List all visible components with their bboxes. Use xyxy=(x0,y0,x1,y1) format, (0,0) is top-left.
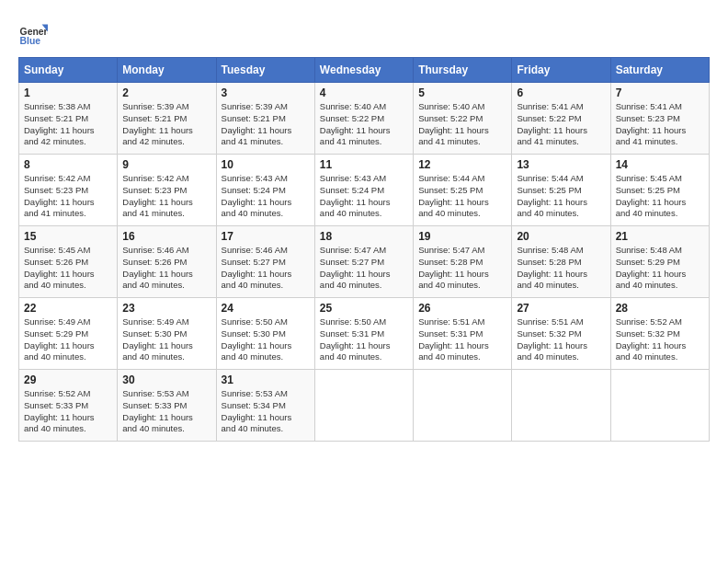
day-number: 24 xyxy=(222,302,310,315)
day-info: Sunrise: 5:50 AM Sunset: 5:30 PM Dayligh… xyxy=(222,316,310,363)
calendar-week-row: 1Sunrise: 5:38 AM Sunset: 5:21 PM Daylig… xyxy=(19,83,710,155)
calendar-cell: 9Sunrise: 5:42 AM Sunset: 5:23 PM Daylig… xyxy=(118,155,216,226)
calendar-header-row: SundayMondayTuesdayWednesdayThursdayFrid… xyxy=(19,58,710,83)
calendar-cell: 1Sunrise: 5:38 AM Sunset: 5:21 PM Daylig… xyxy=(19,83,118,155)
calendar-cell: 23Sunrise: 5:49 AM Sunset: 5:30 PM Dayli… xyxy=(118,298,216,370)
day-number: 1 xyxy=(24,86,112,99)
calendar-cell: 24Sunrise: 5:50 AM Sunset: 5:30 PM Dayli… xyxy=(216,298,314,370)
day-info: Sunrise: 5:48 AM Sunset: 5:29 PM Dayligh… xyxy=(616,245,704,292)
day-info: Sunrise: 5:48 AM Sunset: 5:28 PM Dayligh… xyxy=(517,245,605,292)
day-info: Sunrise: 5:41 AM Sunset: 5:23 PM Dayligh… xyxy=(616,101,704,148)
day-info: Sunrise: 5:49 AM Sunset: 5:30 PM Dayligh… xyxy=(122,316,210,363)
day-info: Sunrise: 5:45 AM Sunset: 5:25 PM Dayligh… xyxy=(616,173,704,220)
calendar-cell: 11Sunrise: 5:43 AM Sunset: 5:24 PM Dayli… xyxy=(314,155,413,226)
calendar-table: SundayMondayTuesdayWednesdayThursdayFrid… xyxy=(18,57,710,442)
day-number: 21 xyxy=(616,230,704,243)
calendar-week-row: 8Sunrise: 5:42 AM Sunset: 5:23 PM Daylig… xyxy=(19,155,710,226)
weekday-header-tuesday: Tuesday xyxy=(216,58,314,83)
day-number: 15 xyxy=(24,230,112,243)
day-number: 29 xyxy=(24,373,112,386)
calendar-cell: 25Sunrise: 5:50 AM Sunset: 5:31 PM Dayli… xyxy=(314,298,413,370)
day-number: 11 xyxy=(320,158,408,171)
day-info: Sunrise: 5:49 AM Sunset: 5:29 PM Dayligh… xyxy=(24,316,112,363)
day-number: 10 xyxy=(222,158,310,171)
day-info: Sunrise: 5:44 AM Sunset: 5:25 PM Dayligh… xyxy=(418,173,506,220)
calendar-cell: 14Sunrise: 5:45 AM Sunset: 5:25 PM Dayli… xyxy=(610,155,709,226)
weekday-header-friday: Friday xyxy=(512,58,610,83)
calendar-cell: 7Sunrise: 5:41 AM Sunset: 5:23 PM Daylig… xyxy=(610,83,709,155)
day-number: 6 xyxy=(517,86,605,99)
day-info: Sunrise: 5:44 AM Sunset: 5:25 PM Dayligh… xyxy=(517,173,605,220)
day-info: Sunrise: 5:39 AM Sunset: 5:21 PM Dayligh… xyxy=(222,101,310,148)
calendar-week-row: 15Sunrise: 5:45 AM Sunset: 5:26 PM Dayli… xyxy=(19,226,710,298)
day-info: Sunrise: 5:46 AM Sunset: 5:26 PM Dayligh… xyxy=(122,245,210,292)
calendar-cell: 5Sunrise: 5:40 AM Sunset: 5:22 PM Daylig… xyxy=(414,83,512,155)
day-number: 20 xyxy=(517,230,605,243)
calendar-cell: 20Sunrise: 5:48 AM Sunset: 5:28 PM Dayli… xyxy=(512,226,610,298)
day-number: 18 xyxy=(320,230,408,243)
calendar-cell: 8Sunrise: 5:42 AM Sunset: 5:23 PM Daylig… xyxy=(19,155,118,226)
day-number: 13 xyxy=(517,158,605,171)
calendar-cell: 10Sunrise: 5:43 AM Sunset: 5:24 PM Dayli… xyxy=(216,155,314,226)
calendar-cell xyxy=(610,370,709,442)
day-info: Sunrise: 5:40 AM Sunset: 5:22 PM Dayligh… xyxy=(320,101,408,148)
day-info: Sunrise: 5:40 AM Sunset: 5:22 PM Dayligh… xyxy=(418,101,506,148)
calendar-cell: 30Sunrise: 5:53 AM Sunset: 5:33 PM Dayli… xyxy=(118,370,216,442)
svg-text:General: General xyxy=(20,27,48,37)
calendar-cell: 27Sunrise: 5:51 AM Sunset: 5:32 PM Dayli… xyxy=(512,298,610,370)
calendar-cell: 18Sunrise: 5:47 AM Sunset: 5:27 PM Dayli… xyxy=(314,226,413,298)
day-number: 12 xyxy=(418,158,506,171)
day-info: Sunrise: 5:41 AM Sunset: 5:22 PM Dayligh… xyxy=(517,101,605,148)
day-info: Sunrise: 5:43 AM Sunset: 5:24 PM Dayligh… xyxy=(222,173,310,220)
logo-icon: General Blue xyxy=(18,18,48,48)
calendar-cell: 29Sunrise: 5:52 AM Sunset: 5:33 PM Dayli… xyxy=(19,370,118,442)
calendar-cell: 26Sunrise: 5:51 AM Sunset: 5:31 PM Dayli… xyxy=(414,298,512,370)
calendar-cell xyxy=(512,370,610,442)
day-number: 22 xyxy=(24,302,112,315)
day-number: 27 xyxy=(517,302,605,315)
weekday-header-wednesday: Wednesday xyxy=(314,58,413,83)
day-number: 3 xyxy=(222,86,310,99)
day-number: 17 xyxy=(222,230,310,243)
day-info: Sunrise: 5:53 AM Sunset: 5:34 PM Dayligh… xyxy=(222,388,310,435)
calendar-cell: 6Sunrise: 5:41 AM Sunset: 5:22 PM Daylig… xyxy=(512,83,610,155)
calendar-cell xyxy=(314,370,413,442)
day-info: Sunrise: 5:39 AM Sunset: 5:21 PM Dayligh… xyxy=(122,101,210,148)
calendar-cell: 19Sunrise: 5:47 AM Sunset: 5:28 PM Dayli… xyxy=(414,226,512,298)
day-info: Sunrise: 5:47 AM Sunset: 5:27 PM Dayligh… xyxy=(320,245,408,292)
weekday-header-monday: Monday xyxy=(118,58,216,83)
day-info: Sunrise: 5:50 AM Sunset: 5:31 PM Dayligh… xyxy=(320,316,408,363)
calendar-cell: 17Sunrise: 5:46 AM Sunset: 5:27 PM Dayli… xyxy=(216,226,314,298)
weekday-header-sunday: Sunday xyxy=(19,58,118,83)
calendar-cell: 28Sunrise: 5:52 AM Sunset: 5:32 PM Dayli… xyxy=(610,298,709,370)
day-info: Sunrise: 5:53 AM Sunset: 5:33 PM Dayligh… xyxy=(122,388,210,435)
calendar-cell: 12Sunrise: 5:44 AM Sunset: 5:25 PM Dayli… xyxy=(414,155,512,226)
calendar-cell: 31Sunrise: 5:53 AM Sunset: 5:34 PM Dayli… xyxy=(216,370,314,442)
weekday-header-saturday: Saturday xyxy=(610,58,709,83)
day-info: Sunrise: 5:52 AM Sunset: 5:33 PM Dayligh… xyxy=(24,388,112,435)
calendar-cell: 2Sunrise: 5:39 AM Sunset: 5:21 PM Daylig… xyxy=(118,83,216,155)
calendar-body: 1Sunrise: 5:38 AM Sunset: 5:21 PM Daylig… xyxy=(19,83,710,442)
svg-text:Blue: Blue xyxy=(20,36,41,46)
day-info: Sunrise: 5:38 AM Sunset: 5:21 PM Dayligh… xyxy=(24,101,112,148)
page-header: General Blue xyxy=(18,18,710,48)
day-number: 2 xyxy=(122,86,210,99)
day-number: 31 xyxy=(222,373,310,386)
day-info: Sunrise: 5:52 AM Sunset: 5:32 PM Dayligh… xyxy=(616,316,704,363)
calendar-cell: 4Sunrise: 5:40 AM Sunset: 5:22 PM Daylig… xyxy=(314,83,413,155)
calendar-cell: 21Sunrise: 5:48 AM Sunset: 5:29 PM Dayli… xyxy=(610,226,709,298)
day-number: 26 xyxy=(418,302,506,315)
calendar-cell xyxy=(414,370,512,442)
day-number: 25 xyxy=(320,302,408,315)
calendar-week-row: 29Sunrise: 5:52 AM Sunset: 5:33 PM Dayli… xyxy=(19,370,710,442)
calendar-cell: 16Sunrise: 5:46 AM Sunset: 5:26 PM Dayli… xyxy=(118,226,216,298)
day-info: Sunrise: 5:42 AM Sunset: 5:23 PM Dayligh… xyxy=(24,173,112,220)
day-number: 19 xyxy=(418,230,506,243)
day-info: Sunrise: 5:47 AM Sunset: 5:28 PM Dayligh… xyxy=(418,245,506,292)
day-number: 5 xyxy=(418,86,506,99)
logo: General Blue xyxy=(18,18,51,48)
day-info: Sunrise: 5:43 AM Sunset: 5:24 PM Dayligh… xyxy=(320,173,408,220)
day-number: 23 xyxy=(122,302,210,315)
weekday-header-thursday: Thursday xyxy=(414,58,512,83)
day-info: Sunrise: 5:45 AM Sunset: 5:26 PM Dayligh… xyxy=(24,245,112,292)
